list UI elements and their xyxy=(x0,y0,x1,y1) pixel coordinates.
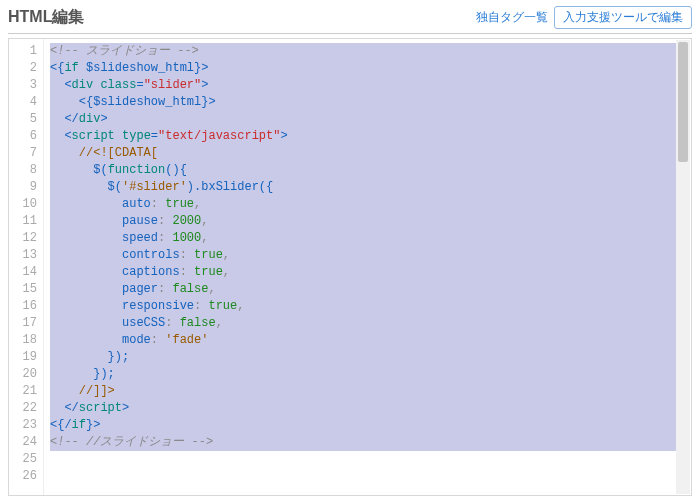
code-line[interactable] xyxy=(50,451,687,468)
header-actions: 独自タグ一覧 入力支援ツールで編集 xyxy=(476,6,692,29)
vertical-scrollbar[interactable] xyxy=(676,40,690,494)
code-line[interactable]: pause: 2000, xyxy=(50,213,687,230)
code-line[interactable]: $(function(){ xyxy=(50,162,687,179)
line-number: 22 xyxy=(11,400,37,417)
code-line[interactable]: useCSS: false, xyxy=(50,315,687,332)
code-line[interactable] xyxy=(50,468,687,485)
code-line[interactable]: <!-- //スライドショー --> xyxy=(50,434,687,451)
line-number: 20 xyxy=(11,366,37,383)
line-number: 23 xyxy=(11,417,37,434)
line-number: 19 xyxy=(11,349,37,366)
line-number-gutter: 1234567891011121314151617181920212223242… xyxy=(9,39,44,495)
line-number: 15 xyxy=(11,281,37,298)
line-number: 1 xyxy=(11,43,37,60)
line-number: 2 xyxy=(11,60,37,77)
code-line[interactable]: }); xyxy=(50,349,687,366)
line-number: 12 xyxy=(11,230,37,247)
code-line[interactable]: $('#slider').bxSlider({ xyxy=(50,179,687,196)
input-support-tool-button[interactable]: 入力支援ツールで編集 xyxy=(554,6,692,29)
line-number: 21 xyxy=(11,383,37,400)
line-number: 7 xyxy=(11,145,37,162)
line-number: 13 xyxy=(11,247,37,264)
panel-header: HTML編集 独自タグ一覧 入力支援ツールで編集 xyxy=(8,6,692,34)
code-line[interactable]: </div> xyxy=(50,111,687,128)
line-number: 3 xyxy=(11,77,37,94)
code-line[interactable]: captions: true, xyxy=(50,264,687,281)
line-number: 25 xyxy=(11,451,37,468)
code-editor[interactable]: 1234567891011121314151617181920212223242… xyxy=(8,38,692,496)
code-line[interactable]: <{/if}> xyxy=(50,417,687,434)
code-line[interactable]: }); xyxy=(50,366,687,383)
line-number: 14 xyxy=(11,264,37,281)
panel-title: HTML編集 xyxy=(8,7,84,28)
line-number: 4 xyxy=(11,94,37,111)
code-line[interactable]: auto: true, xyxy=(50,196,687,213)
custom-tag-list-link[interactable]: 独自タグ一覧 xyxy=(476,9,548,26)
line-number: 10 xyxy=(11,196,37,213)
code-line[interactable]: <script type="text/javascript"> xyxy=(50,128,687,145)
code-line[interactable]: //<![CDATA[ xyxy=(50,145,687,162)
line-number: 26 xyxy=(11,468,37,485)
code-line[interactable]: responsive: true, xyxy=(50,298,687,315)
code-line[interactable]: speed: 1000, xyxy=(50,230,687,247)
line-number: 11 xyxy=(11,213,37,230)
code-line[interactable]: <{$slideshow_html}> xyxy=(50,94,687,111)
line-number: 16 xyxy=(11,298,37,315)
line-number: 5 xyxy=(11,111,37,128)
scrollbar-thumb[interactable] xyxy=(678,42,688,162)
code-line[interactable]: pager: false, xyxy=(50,281,687,298)
line-number: 9 xyxy=(11,179,37,196)
code-line[interactable]: <{if $slideshow_html}> xyxy=(50,60,687,77)
line-number: 18 xyxy=(11,332,37,349)
code-line[interactable]: //]]> xyxy=(50,383,687,400)
line-number: 8 xyxy=(11,162,37,179)
code-line[interactable]: <!-- スライドショー --> xyxy=(50,43,687,60)
code-line[interactable]: <div class="slider"> xyxy=(50,77,687,94)
line-number: 17 xyxy=(11,315,37,332)
code-area[interactable]: <!-- スライドショー --><{if $slideshow_html}> <… xyxy=(44,39,691,495)
code-line[interactable]: controls: true, xyxy=(50,247,687,264)
code-line[interactable]: </script> xyxy=(50,400,687,417)
line-number: 6 xyxy=(11,128,37,145)
line-number: 24 xyxy=(11,434,37,451)
code-line[interactable]: mode: 'fade' xyxy=(50,332,687,349)
